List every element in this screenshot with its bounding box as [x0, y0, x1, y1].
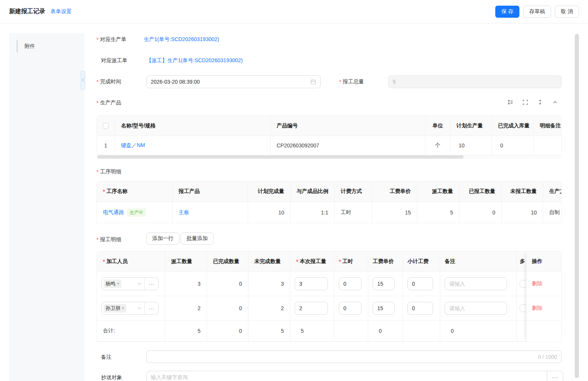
worker-tag: 杨鸣× — [104, 280, 121, 288]
collapse-section-icon[interactable] — [552, 99, 558, 105]
current-qty-input[interactable] — [295, 277, 328, 290]
process-reported: 0 — [459, 202, 502, 223]
delete-row-button[interactable]: 删除 — [532, 280, 542, 287]
report-section-label: 报工明细 — [100, 236, 121, 243]
process-section-title: * 工序明细 — [96, 168, 121, 176]
cc-search-input[interactable] — [147, 371, 547, 381]
required-mark: * — [96, 37, 98, 43]
process-unreported: 10 — [502, 202, 543, 223]
col-dispatched-qty: 派工数量 — [165, 251, 207, 271]
labor-subtotal-input[interactable] — [407, 277, 433, 290]
col-current-qty: 本次报工量 — [300, 258, 326, 265]
col-planned-qty: 计划完成量 — [248, 181, 291, 202]
add-row-button[interactable]: 添加一行 — [146, 233, 179, 245]
process-unit-price: 15 — [372, 202, 417, 223]
report-total-label: 报工总量 — [343, 78, 364, 85]
col-dispatched: 派工数量 — [417, 181, 459, 202]
col-stored: 已完成入库量 — [492, 116, 534, 136]
report-table-header: *加工人员 派工数量 已完成数量 未完成数量 *本次报工量 *工时 工费单价 小… — [97, 251, 561, 272]
totals-dispatched: 5 — [165, 321, 207, 341]
top-bar: 新建报工记录 表单设置 保 存 存草稿 取 消 — [0, 0, 588, 23]
row-remark-input[interactable] — [445, 277, 507, 290]
finish-time-label-wrap: * 完成时间 — [96, 78, 121, 86]
cc-field: ··· — [146, 371, 563, 381]
report-section-title: * 报工明细 — [96, 236, 121, 244]
col-unit: 单位 — [426, 116, 450, 136]
row-height-icon[interactable] — [507, 99, 513, 105]
batch-add-button[interactable]: 批量添加 — [181, 233, 214, 245]
product-unit: 个 — [426, 136, 450, 155]
save-button[interactable]: 保 存 — [495, 6, 519, 18]
totals-remark: 0 — [440, 321, 517, 341]
col-ratio: 与产成品比例 — [291, 181, 335, 202]
finish-time-field — [146, 75, 321, 88]
totals-subtotal — [403, 321, 440, 341]
col-hours: 工时 — [342, 258, 353, 265]
required-mark: * — [96, 237, 98, 243]
process-production-mode: 自制 — [543, 202, 562, 223]
remark-input[interactable] — [146, 350, 562, 363]
select-all-checkbox[interactable] — [103, 123, 109, 129]
status-badge: 生产中 — [127, 208, 146, 217]
worker-select[interactable]: 杨鸣× ··· — [101, 277, 159, 290]
form-settings-link[interactable]: 表单设置 — [51, 8, 72, 15]
char-counter: 0 / 1000 — [538, 350, 557, 363]
col-process-name: 工序名称 — [106, 188, 127, 195]
row-dispatched: 3 — [165, 272, 207, 296]
process-planned: 10 — [248, 202, 291, 223]
remove-tag-icon[interactable]: × — [117, 282, 119, 286]
current-qty-input[interactable] — [295, 302, 328, 315]
report-total-label-wrap: * 报工总量 — [339, 78, 364, 86]
hours-input[interactable] — [339, 277, 361, 290]
report-product-link[interactable]: 主板 — [179, 209, 189, 216]
col-labor-price: 工费单价 — [368, 251, 403, 271]
row-uncompleted: 3 — [248, 272, 290, 296]
report-total-input — [388, 75, 562, 88]
totals-label: 合计: — [97, 321, 165, 341]
col-uncompleted-qty: 未完成数量 — [248, 251, 290, 271]
required-mark: * — [339, 259, 341, 265]
row-dispatched: 2 — [165, 296, 207, 320]
worker-more-button[interactable]: ··· — [145, 306, 158, 311]
expand-vertical-icon[interactable] — [537, 99, 543, 105]
sidebar-item-indicator — [17, 40, 18, 52]
remove-tag-icon[interactable]: × — [122, 306, 124, 311]
calendar-icon[interactable] — [310, 79, 316, 86]
dispatch-order-link[interactable]: 【派工】生产1(单号:SCD202603193002) — [146, 57, 243, 64]
fullscreen-icon[interactable] — [522, 99, 528, 105]
sidebar-item-attachment[interactable]: 附件 — [17, 40, 35, 52]
labor-price-input[interactable] — [373, 302, 395, 315]
horizontal-scrollbar-thumb[interactable] — [97, 155, 464, 159]
sidebar-item-label: 附件 — [24, 43, 35, 50]
col-report-product: 报工产品 — [173, 181, 248, 202]
process-table-header: *工序名称 报工产品 计划完成量 与产成品比例 计费方式 工费单价 派工数量 已… — [97, 181, 561, 202]
sidebar: 附件 — [9, 33, 84, 381]
report-row-2: 孙卫朋× ··· 2 0 2 — [97, 296, 561, 321]
sidebar-collapse-handle[interactable] — [81, 71, 85, 90]
row-remark-input[interactable] — [445, 302, 507, 315]
hours-input[interactable] — [339, 302, 361, 315]
process-name-link[interactable]: 电气通路 — [103, 209, 124, 216]
vertical-scrollbar-thumb[interactable] — [575, 34, 579, 378]
dispatch-order-label: 对应派工单 — [101, 57, 146, 64]
cancel-button[interactable]: 取 消 — [555, 6, 579, 18]
labor-subtotal-input[interactable] — [407, 302, 433, 315]
totals-current: 5 — [290, 321, 334, 341]
finish-time-input[interactable] — [146, 75, 321, 88]
worker-select[interactable]: 孙卫朋× ··· — [101, 302, 159, 315]
save-draft-button[interactable]: 存草稿 — [523, 6, 551, 18]
cc-more-button[interactable]: ··· — [547, 371, 563, 381]
worker-more-button[interactable]: ··· — [145, 281, 158, 287]
horizontal-scrollbar — [96, 155, 562, 159]
required-mark: * — [96, 79, 98, 85]
col-name: 名称/型号/规格 — [115, 116, 271, 136]
product-name-link[interactable]: 键盘／NM — [121, 142, 145, 149]
totals-hours — [334, 321, 368, 341]
delete-row-button[interactable]: 删除 — [532, 305, 542, 312]
product-detail-remark — [534, 136, 562, 155]
finish-time-label: 完成时间 — [100, 78, 121, 85]
cc-label: 抄送对象 — [101, 374, 122, 381]
required-mark: * — [103, 188, 105, 194]
production-order-link[interactable]: 生产1(单号:SCD202603193002) — [144, 36, 219, 43]
labor-price-input[interactable] — [373, 277, 395, 290]
